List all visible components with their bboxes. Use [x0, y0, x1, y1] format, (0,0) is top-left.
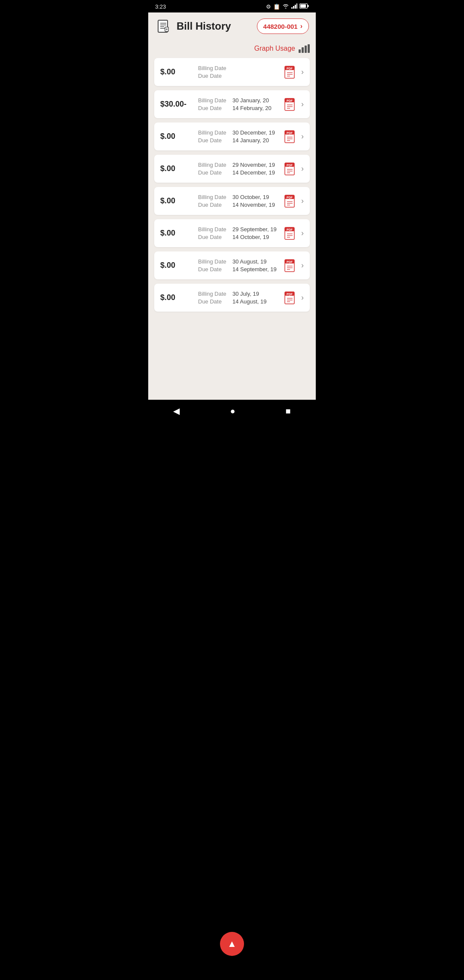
due-date-label: Due Date — [198, 202, 229, 208]
bill-dates: Billing Date29 November, 19Due Date14 De… — [198, 162, 281, 176]
billing-date-value: 29 September, 19 — [232, 226, 277, 233]
due-date-value: 14 August, 19 — [232, 298, 267, 305]
bill-item[interactable]: $.00Billing Date29 September, 19Due Date… — [154, 219, 310, 247]
bill-list: $.00Billing DateDue Date PDF ›$30.00-Bil… — [154, 58, 310, 312]
pdf-icon[interactable]: PDF — [284, 194, 298, 208]
bill-actions: PDF › — [284, 65, 304, 79]
svg-rect-3 — [296, 3, 297, 9]
graph-usage-link[interactable]: Graph Usage — [254, 45, 295, 52]
account-number: 448200-001 — [263, 23, 298, 30]
billing-date-label: Billing Date — [198, 291, 229, 297]
bill-amount: $.00 — [160, 229, 195, 238]
billing-date-row: Billing Date30 December, 19 — [198, 129, 281, 136]
pdf-icon[interactable]: PDF — [284, 162, 298, 176]
pdf-icon[interactable]: PDF — [284, 65, 298, 79]
chevron-right-icon: › — [301, 293, 304, 302]
nav-home-button[interactable]: ● — [223, 404, 242, 418]
billing-date-value: 30 July, 19 — [232, 291, 259, 297]
due-date-value: 14 October, 19 — [232, 234, 269, 240]
billing-date-value: 30 August, 19 — [232, 258, 267, 265]
bill-item[interactable]: $.00Billing Date30 December, 19Due Date1… — [154, 122, 310, 150]
bar-4 — [308, 44, 310, 53]
chevron-right-icon: › — [301, 196, 304, 205]
due-date-row: Due Date14 October, 19 — [198, 234, 281, 240]
bill-actions: PDF › — [284, 194, 304, 208]
app-header: Bill History 448200-001 › — [148, 12, 316, 40]
due-date-label: Due Date — [198, 266, 229, 273]
main-content: Graph Usage $.00Billing DateDue Date PDF… — [148, 40, 316, 400]
bill-actions: PDF › — [284, 259, 304, 273]
bill-dates: Billing Date29 September, 19Due Date14 O… — [198, 226, 281, 240]
header-left: Bill History — [155, 19, 231, 33]
svg-text:PDF: PDF — [287, 260, 293, 263]
due-date-value: 14 January, 20 — [232, 137, 269, 144]
bar-1 — [299, 49, 301, 53]
page-title: Bill History — [177, 20, 231, 32]
bill-amount: $.00 — [160, 293, 195, 302]
bill-actions: PDF › — [284, 98, 304, 111]
svg-rect-0 — [291, 7, 293, 9]
pdf-icon[interactable]: PDF — [284, 130, 298, 144]
due-date-label: Due Date — [198, 234, 229, 240]
bill-amount: $.00 — [160, 67, 195, 77]
nav-recent-button[interactable]: ■ — [278, 404, 297, 418]
due-date-row: Due Date14 February, 20 — [198, 105, 281, 111]
billing-date-value: 30 October, 19 — [232, 194, 269, 200]
billing-date-row: Billing Date — [198, 65, 281, 71]
due-date-label: Due Date — [198, 73, 229, 79]
billing-date-label: Billing Date — [198, 194, 229, 200]
svg-text:PDF: PDF — [287, 163, 293, 166]
billing-date-row: Billing Date29 November, 19 — [198, 162, 281, 168]
due-date-row: Due Date — [198, 73, 281, 79]
nav-bar: ◀ ● ■ — [148, 400, 316, 421]
billing-date-row: Billing Date30 August, 19 — [198, 258, 281, 265]
bill-item[interactable]: $.00Billing Date30 October, 19Due Date14… — [154, 187, 310, 215]
pdf-icon[interactable]: PDF — [284, 98, 298, 111]
bar-3 — [305, 46, 307, 53]
status-bar: 3:23 ⚙ 📋 — [148, 0, 316, 12]
chevron-right-icon: › — [301, 164, 304, 173]
svg-text:PDF: PDF — [287, 196, 293, 199]
chevron-right-icon: › — [301, 100, 304, 109]
svg-text:PDF: PDF — [287, 131, 293, 134]
billing-date-value: 30 January, 20 — [232, 97, 269, 104]
pdf-icon[interactable]: PDF — [284, 291, 298, 305]
bill-dates: Billing Date30 July, 19Due Date14 August… — [198, 291, 281, 305]
bill-amount: $.00 — [160, 196, 195, 205]
bill-amount: $.00 — [160, 261, 195, 270]
svg-rect-1 — [293, 6, 294, 9]
due-date-value: 14 November, 19 — [232, 202, 275, 208]
bill-item[interactable]: $.00Billing DateDue Date PDF › — [154, 58, 310, 86]
due-date-label: Due Date — [198, 298, 229, 305]
clipboard-icon: 📋 — [273, 3, 280, 10]
svg-rect-2 — [295, 5, 296, 9]
billing-date-row: Billing Date29 September, 19 — [198, 226, 281, 233]
billing-date-row: Billing Date30 October, 19 — [198, 194, 281, 200]
billing-date-label: Billing Date — [198, 258, 229, 265]
billing-date-value: 30 December, 19 — [232, 129, 275, 136]
bill-item[interactable]: $30.00-Billing Date30 January, 20Due Dat… — [154, 90, 310, 118]
pdf-icon[interactable]: PDF — [284, 259, 298, 273]
billing-date-label: Billing Date — [198, 97, 229, 104]
due-date-value: 14 December, 19 — [232, 169, 275, 176]
bill-item[interactable]: $.00Billing Date30 August, 19Due Date14 … — [154, 251, 310, 279]
due-date-value: 14 February, 20 — [232, 105, 272, 111]
billing-date-label: Billing Date — [198, 65, 229, 71]
bill-actions: PDF › — [284, 162, 304, 176]
svg-text:PDF: PDF — [287, 228, 293, 231]
chevron-right-icon: › — [301, 229, 304, 238]
nav-back-button[interactable]: ◀ — [166, 404, 186, 418]
due-date-label: Due Date — [198, 169, 229, 176]
status-bar-left: 3:23 — [155, 3, 166, 10]
due-date-label: Due Date — [198, 137, 229, 144]
graph-usage-icon — [299, 44, 310, 53]
due-date-row: Due Date14 August, 19 — [198, 298, 281, 305]
billing-date-row: Billing Date30 January, 20 — [198, 97, 281, 104]
pdf-icon[interactable]: PDF — [284, 227, 298, 240]
svg-rect-5 — [308, 5, 309, 7]
bill-item[interactable]: $.00Billing Date30 July, 19Due Date14 Au… — [154, 284, 310, 312]
bill-amount: $30.00- — [160, 100, 195, 109]
chevron-right-icon: › — [301, 261, 304, 270]
account-badge[interactable]: 448200-001 › — [257, 18, 309, 34]
bill-item[interactable]: $.00Billing Date29 November, 19Due Date1… — [154, 155, 310, 183]
